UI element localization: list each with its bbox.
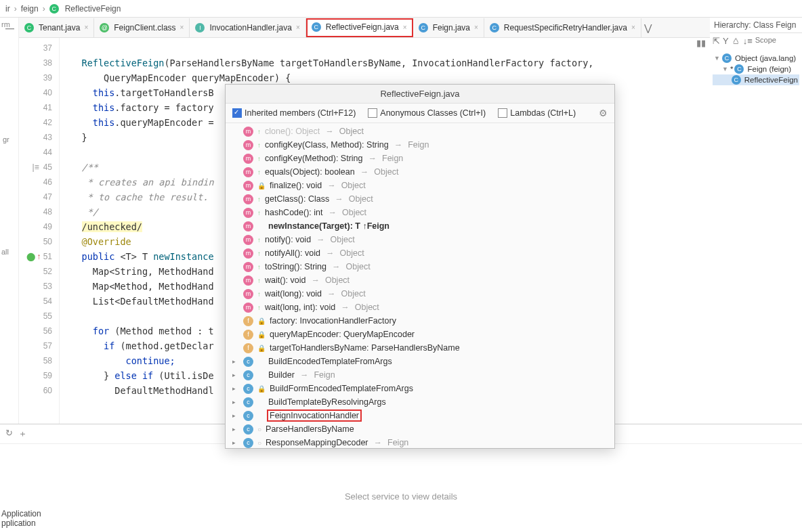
member-row[interactable]: m↑configKey(Class, Method): String→Feign — [226, 138, 614, 152]
close-icon[interactable]: × — [84, 24, 88, 31]
member-row[interactable]: ▸c🔒BuildFormEncodedTemplateFromArgs — [226, 382, 614, 395]
method-icon: m — [243, 127, 253, 137]
class-icon: c — [243, 411, 253, 421]
gutter-line: 37 — [19, 41, 59, 56]
class-icon: C — [734, 64, 744, 74]
filter-inherited[interactable]: Inherited members (Ctrl+F12) — [232, 108, 356, 118]
method-icon: m — [243, 303, 253, 313]
hierarchy-tool-icon[interactable]: ⩟ — [732, 36, 740, 46]
member-row[interactable]: m↑hashCode(): int→Object — [226, 206, 614, 219]
member-row[interactable]: ▸c○ParseHandlersByName — [226, 422, 614, 436]
member-row[interactable]: m↑getClass(): Class→Object — [226, 192, 614, 206]
member-row[interactable]: ▸cBuildEncodedTemplateFromArgs — [226, 355, 614, 368]
tab-reflectivefeign[interactable]: CReflectiveFeign.java× — [306, 18, 413, 37]
checkbox-icon[interactable] — [232, 108, 242, 118]
gutter-line: 46 — [19, 175, 59, 190]
member-row[interactable]: ▸cBuildTemplateByResolvingArgs — [226, 395, 614, 409]
class-icon: c — [243, 357, 253, 367]
member-row[interactable]: m↑notifyAll(): void→Object — [226, 246, 614, 260]
hierarchy-tree[interactable]: ▼CObject (java.lang) ▼*CFeign (feign) CR… — [710, 49, 802, 424]
crumb-seg[interactable]: ir — [5, 4, 10, 14]
method-icon: m — [243, 235, 253, 245]
tab-label: FeignClient.class — [114, 23, 175, 32]
chevron-right-icon: › — [14, 4, 17, 14]
left-gutter-tool: rm gr all — [0, 18, 19, 424]
gutter-line: 41 — [19, 100, 59, 115]
left-frag-label: gr — [3, 135, 9, 143]
member-row[interactable]: m↑wait(long): void→Object — [226, 287, 614, 301]
up-arrow-icon: ↑ — [257, 263, 261, 271]
gutter-line: 49 — [19, 219, 59, 234]
tab-feignclient[interactable]: @FeignClient.class× — [94, 18, 190, 37]
hierarchy-tool-icon[interactable]: Y — [723, 36, 729, 46]
gear-icon[interactable]: ⚙ — [599, 108, 608, 118]
close-icon[interactable]: × — [403, 24, 407, 31]
tab-retryhandler[interactable]: CRequestSpecificRetryHandler.java× — [484, 18, 641, 37]
lock-icon: 🔒 — [257, 331, 266, 338]
tab-tenant[interactable]: CTenant.java× — [19, 18, 94, 37]
member-row[interactable]: ▸c○ResponseMappingDecoder→Feign — [226, 436, 614, 448]
hierarchy-tool-icon[interactable]: ↓≡ — [743, 36, 753, 46]
member-row[interactable]: f🔒factory: InvocationHandlerFactory — [226, 314, 614, 328]
field-icon: f — [243, 316, 253, 326]
class-icon: c — [243, 397, 253, 407]
class-icon: C — [312, 22, 321, 32]
tab-invocationhandler[interactable]: IInvocationHandler.java× — [190, 18, 305, 37]
hierarchy-scope[interactable]: Scope — [755, 36, 776, 46]
member-row[interactable]: f🔒targetToHandlersByName: ParseHandlersB… — [226, 341, 614, 355]
filter-anon[interactable]: Anonymous Classes (Ctrl+I) — [368, 108, 486, 118]
gutter-line: 59 — [19, 368, 59, 383]
up-arrow-icon: ↑ — [257, 209, 261, 217]
member-row[interactable]: f🔒queryMapEncoder: QueryMapEncoder — [226, 328, 614, 341]
more-tabs-icon[interactable]: ⋁ — [644, 22, 652, 33]
class-icon: c — [243, 384, 253, 394]
member-row[interactable]: m↑wait(): void→Object — [226, 273, 614, 287]
member-row[interactable]: ▸cBuilder→Feign — [226, 368, 614, 382]
filter-lambdas[interactable]: Lambdas (Ctrl+L) — [498, 108, 576, 118]
member-row[interactable]: mnewInstance(Target): T ↑Feign — [226, 219, 614, 233]
member-row[interactable]: m↑configKey(Method): String→Feign — [226, 152, 614, 165]
checkbox-icon[interactable] — [498, 108, 507, 118]
method-icon: m — [243, 154, 253, 164]
close-icon[interactable]: × — [631, 24, 635, 31]
member-row[interactable]: m↑wait(long, int): void→Object — [226, 301, 614, 314]
member-row[interactable]: m↑clone(): Object→Object — [226, 125, 614, 138]
popup-member-list[interactable]: m↑clone(): Object→Objectm↑configKey(Clas… — [226, 123, 614, 448]
lock-icon: 🔒 — [257, 182, 266, 190]
tab-label: RequestSpecificRetryHandler.java — [504, 23, 627, 32]
close-icon[interactable]: × — [296, 24, 300, 31]
hierarchy-node[interactable]: ▼CObject (java.lang) — [713, 53, 799, 64]
run-item[interactable]: pplication — [1, 518, 41, 528]
gutter-line: ⬤↑ 51 — [19, 249, 59, 264]
crumb-seg[interactable]: feign — [21, 4, 39, 14]
tool-icon[interactable]: ＋ — [18, 428, 27, 440]
breadcrumb: ir › feign › C ReflectiveFeign — [0, 0, 802, 18]
member-row[interactable]: m↑notify(): void→Object — [226, 233, 614, 246]
close-icon[interactable]: × — [474, 24, 478, 31]
gutter-line: 44 — [19, 145, 59, 160]
left-frag-label: rm — [1, 20, 10, 28]
hierarchy-tool-icon[interactable]: ⇱ — [713, 36, 720, 46]
up-arrow-icon: ↑ — [257, 236, 261, 244]
gutter-line: 58 — [19, 353, 59, 368]
crumb-seg[interactable]: ReflectiveFeign — [65, 4, 121, 14]
code-line — [60, 41, 710, 56]
editor-tabs: CTenant.java× @FeignClient.class× IInvoc… — [19, 18, 710, 38]
class-icon: C — [490, 23, 499, 32]
class-icon: c — [243, 370, 253, 380]
member-row[interactable]: m↑toString(): String→Object — [226, 260, 614, 273]
checkbox-icon[interactable] — [368, 108, 377, 118]
up-arrow-icon: ↑ — [257, 290, 261, 298]
member-row[interactable]: m↑equals(Object): boolean→Object — [226, 165, 614, 179]
hierarchy-node[interactable]: CReflectiveFeign — [713, 74, 799, 85]
close-icon[interactable]: × — [180, 24, 184, 31]
class-icon: C — [24, 23, 34, 32]
pause-icon[interactable]: ▮▮ — [696, 38, 706, 48]
member-row[interactable]: ▸cFeignInvocationHandler — [226, 409, 614, 422]
hierarchy-node[interactable]: ▼*CFeign (feign) — [713, 64, 799, 74]
up-arrow-icon: ↑ — [257, 196, 261, 203]
run-item[interactable]: Application — [1, 509, 41, 518]
tab-feign[interactable]: CFeign.java× — [413, 18, 484, 37]
tool-icon[interactable]: ↻ — [5, 428, 13, 440]
member-row[interactable]: m🔒finalize(): void→Object — [226, 179, 614, 192]
